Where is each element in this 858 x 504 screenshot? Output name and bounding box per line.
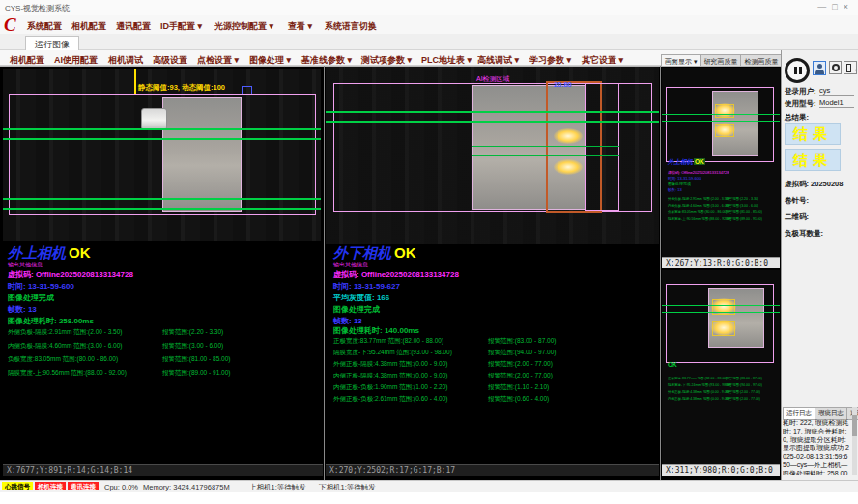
close-icon[interactable]: ×: [844, 2, 854, 12]
measurement-row: 内侧负极-隔膜:4.60mm 范围:(3.00 - 6.00) 报警范围:(3.…: [8, 342, 317, 350]
mini-measure: 隔膜宽度-上:90.56mm 范围:(88.00 - 92.00): [668, 217, 731, 221]
left-frames-line: 帧数: 13: [8, 304, 37, 315]
qr-code-label: 二维码:: [785, 212, 809, 222]
mid-pixel-coordinates: X:270;Y:2502;R:17;G:17;B:17: [326, 464, 659, 476]
mini-time: 时间: 13-31-59-600: [668, 176, 701, 181]
user-icon[interactable]: [813, 61, 826, 75]
pause-icon: [799, 67, 802, 74]
measurement-row: 内侧正极-负极:1.90mm 范围:(1.00 - 2.20) 报警范围:(1.…: [333, 383, 652, 392]
alarm-range-text: 报警范围:(2.00 - 77.00): [488, 372, 553, 380]
total-result-label: 总结果:: [785, 113, 809, 123]
model-value[interactable]: Model1: [819, 98, 854, 108]
login-user-value[interactable]: cys: [819, 86, 854, 96]
thumbnail-lower-camera[interactable]: OK 正极宽度:83.77mm 范围:(82.00 - 88.00) 报警范围:…: [662, 270, 780, 464]
alarm-range-text: 报警范围:(2.20 - 3.30): [162, 328, 223, 337]
ai-region-label: AI检测区域: [476, 74, 510, 84]
cpu-usage: Cpu: 0.0%: [104, 483, 138, 491]
left-barcode-line: 虚拟码: Offline20250208133134728: [8, 269, 133, 280]
bright-feature: [711, 320, 736, 336]
exit-icon[interactable]: →: [844, 61, 857, 74]
mid-barcode-line: 虚拟码: Offline20250208133134728: [333, 269, 459, 280]
measurement-row: 隔膜宽度-上:90.56mm 范围:(88.00 - 92.00) 报警范围:(…: [8, 369, 317, 378]
menu-camera-config[interactable]: 相机配置: [72, 20, 106, 33]
result-box-upper: 结果: [785, 123, 841, 145]
target-icon-ring: [832, 64, 840, 71]
measurement-value-overlay: 20.80: [554, 80, 572, 89]
thumbnail-upper-camera[interactable]: 外上相机OK 虚拟码: Offline20250208133134728 时间:…: [662, 68, 780, 257]
upper-camera-trigger-status: 上相机1:等待触发: [249, 483, 306, 492]
alarm-range-text: 报警范围:(1.10 - 2.10): [488, 383, 549, 392]
inner-roi-rectangle: [585, 83, 619, 211]
baseline: [662, 312, 780, 313]
mini-measure: 负极宽度:83.05mm 范围:(80.00 - 86.00): [668, 210, 727, 214]
panel-separator: [660, 66, 661, 480]
measurement-row: 隔膜宽度-下:95.24mm 范围:(93.00 - 98.00) 报警范围:(…: [333, 349, 652, 357]
mini-alarm: 报警范围:(83.00 - 87.00): [726, 377, 762, 380]
workpiece: [708, 288, 764, 348]
measurement-text: 内侧正极-隔膜:4.38mm 范围:(0.00 - 9.00): [333, 372, 447, 380]
measurement-text: 外侧负极-隔膜:2.91mm 范围:(2.00 - 3.50): [8, 328, 122, 337]
baseline: [662, 121, 780, 122]
target-icon[interactable]: [829, 61, 842, 74]
mid-time-line: 时间: 13-31-59-627: [333, 281, 400, 292]
mini-alarm: 报警范围:(2.00 - 77.00): [726, 397, 760, 401]
menu-view[interactable]: 查看 ▾: [288, 20, 312, 33]
menu-system-config[interactable]: 系统配置: [27, 20, 62, 33]
mini-done: 图像处理完成: [668, 182, 691, 186]
exit-icon-arrow: →: [850, 65, 858, 73]
minimize-icon[interactable]: —: [817, 2, 832, 12]
baseline-2: [326, 121, 659, 123]
heartbeat-status-badge: 心跳信号: [2, 482, 33, 490]
measurement-text: 隔膜宽度-上:90.56mm 范围:(88.00 - 92.00): [8, 369, 127, 378]
app-logo-icon: C: [4, 14, 16, 36]
mid-camera-image[interactable]: AI检测区域 20.80: [326, 67, 659, 244]
mini-measure: 外侧负极-隔膜:2.91mm 范围:(2.00 - 3.50): [668, 197, 729, 201]
user-icon-body: [815, 70, 824, 74]
needle-number-label: 卷针号:: [785, 196, 809, 206]
baseline: [662, 114, 780, 115]
mid-ok-status: OK: [394, 244, 416, 261]
thumb1-pixel-coordinates: X:267;Y:13;R:0;G:0;B:0: [662, 257, 780, 268]
window-title: CYS-视觉检测系统: [5, 3, 70, 14]
left-time-line: 时间: 13-31-59-600: [8, 281, 74, 292]
alarm-range-text: 报警范围:(89.00 - 91.00): [162, 369, 230, 378]
left-ok-status: OK: [69, 244, 91, 261]
mini-alarm: 报警范围:(94.00 - 97.00): [726, 383, 762, 387]
measurement-row: 外侧正极-隔膜:4.38mm 范围:(0.00 - 9.00) 报警范围:(2.…: [333, 360, 652, 369]
left-camera-image[interactable]: 静态阈值:93, 动态阈值:100: [3, 69, 321, 241]
menu-comm-config[interactable]: 通讯配置: [116, 20, 151, 33]
mini-alarm: 报警范围:(3.00 - 6.00): [726, 204, 758, 208]
pause-button[interactable]: [785, 58, 810, 83]
negative-tab-count-label: 负极耳数量:: [785, 229, 823, 238]
mini-ok-status: OK: [668, 361, 677, 368]
scrollbar-thumb[interactable]: [852, 415, 857, 436]
mini-alarm: 报警范围:(2.00 - 77.00): [726, 390, 760, 394]
memory-usage: Memory: 3424.41796875M: [143, 483, 230, 491]
tab-strip: [0, 34, 858, 50]
model-label: 使用型号:: [785, 99, 816, 109]
comm-connection-badge: 通讯连接: [68, 482, 99, 490]
mini-barcode: 虚拟码: Offline20250208133134728: [668, 170, 729, 175]
window-controls[interactable]: —□×: [817, 2, 854, 12]
workpiece: [162, 97, 242, 212]
camera-connection-badge: 相机连接: [35, 482, 66, 490]
measurement-text: 外侧正极-隔膜:4.38mm 范围:(0.00 - 9.00): [333, 360, 447, 369]
login-user-label: 登录用户:: [785, 87, 816, 97]
left-done-line: 图像处理完成: [8, 293, 54, 303]
mini-ok-status: OK: [694, 158, 705, 165]
alarm-range-text: 报警范围:(81.00 - 85.00): [162, 355, 230, 364]
menu-id-config[interactable]: ID手配置 ▾: [160, 20, 202, 33]
measurement-text: 正极宽度:83.77mm 范围:(82.00 - 88.00): [333, 337, 443, 346]
mini-camera-title: 外上相机OK: [668, 158, 705, 167]
left-camera-subtitle: 输出其他信息: [8, 261, 43, 269]
baseline-1: [326, 111, 659, 113]
measurement-text: 负极宽度:83.05mm 范围:(80.00 - 86.00): [8, 355, 118, 364]
maximize-icon[interactable]: □: [832, 2, 843, 12]
alarm-range-text: 报警范围:(3.00 - 6.00): [162, 342, 223, 350]
mini-measure: 内侧负极-隔膜:4.60mm 范围:(3.00 - 6.00): [668, 204, 729, 208]
menu-light-config[interactable]: 光源控制配置 ▾: [214, 20, 273, 33]
app-window: CYS-视觉检测系统 —□× C 系统配置 相机配置 通讯配置 ID手配置 ▾ …: [0, 0, 858, 504]
measurement-row: 外侧负极-隔膜:2.91mm 范围:(2.00 - 3.50) 报警范围:(2.…: [8, 328, 317, 337]
log-scrollbar[interactable]: [852, 407, 857, 475]
menu-language-switch[interactable]: 系统语言切换: [325, 20, 377, 33]
